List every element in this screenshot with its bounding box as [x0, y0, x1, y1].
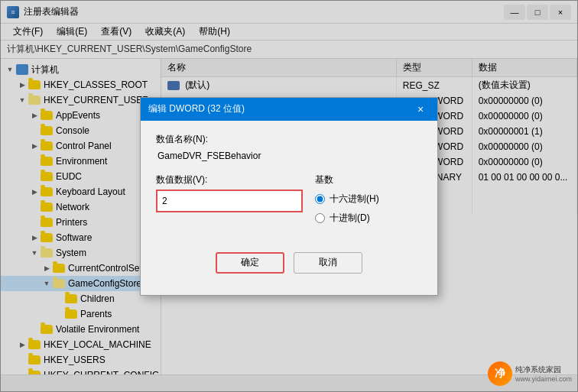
edit-dword-dialog: 编辑 DWORD (32 位值) × 数值名称(N): GameDVR_FSEB… [140, 97, 438, 296]
dialog-base-group: 基数 十六进制(H) 十进制(D) [315, 173, 422, 231]
watermark-url: www.yidaimei.com [515, 375, 572, 383]
modal-overlay: 编辑 DWORD (32 位值) × 数值名称(N): GameDVR_FSEB… [0, 0, 578, 392]
dialog-body: 数值数据(V): 基数 十六进制(H) 十进制(D) [156, 173, 422, 231]
dialog-confirm-button[interactable]: 确定 [216, 252, 284, 274]
dialog-content: 数值名称(N): GameDVR_FSEBehavior 数值数据(V): 基数… [141, 121, 437, 243]
dialog-title-text: 编辑 DWORD (32 位值) [148, 102, 245, 115]
radio-dec-label: 十进制(D) [330, 212, 370, 225]
dialog-name-label: 数值名称(N): [156, 133, 422, 146]
radio-group-title: 基数 [315, 173, 422, 186]
dialog-cancel-button[interactable]: 取消 [294, 252, 362, 274]
dialog-data-label: 数值数据(V): [156, 173, 303, 186]
radio-hex-option: 十六进制(H) [315, 193, 422, 206]
dialog-close-button[interactable]: × [411, 100, 430, 118]
watermark-site: 纯净系统家园 [515, 364, 572, 375]
watermark-logo: 净 [488, 361, 512, 386]
radio-dec-input[interactable] [315, 213, 325, 223]
dialog-title-bar: 编辑 DWORD (32 位值) × [141, 98, 437, 121]
watermark: 净 纯净系统家园 www.yidaimei.com [488, 361, 572, 386]
dialog-left: 数值数据(V): [156, 173, 303, 231]
dialog-footer: 确定 取消 [141, 243, 437, 286]
radio-hex-label: 十六进制(H) [330, 193, 379, 206]
radio-dec-option: 十进制(D) [315, 212, 422, 225]
dialog-name-value: GameDVR_FSEBehavior [156, 151, 422, 161]
dialog-data-input[interactable] [156, 190, 303, 212]
radio-hex-input[interactable] [315, 194, 325, 204]
